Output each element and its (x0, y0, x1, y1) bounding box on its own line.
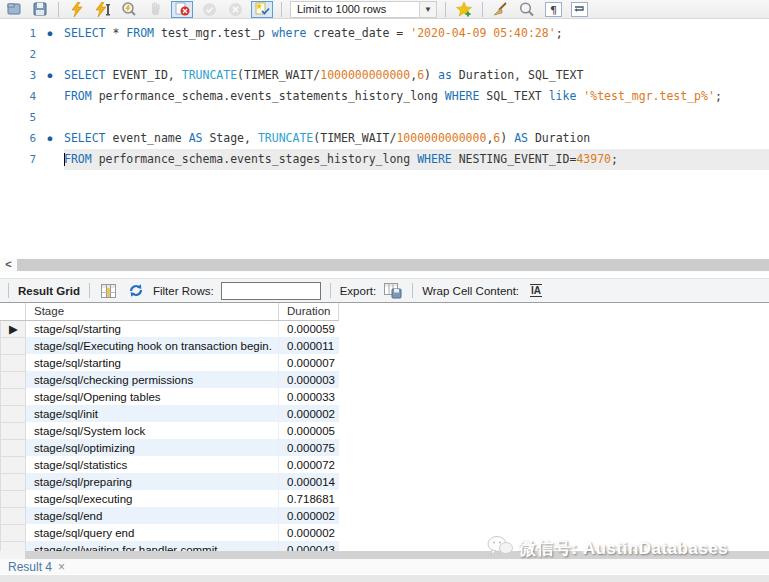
stop-icon[interactable] (145, 1, 165, 18)
column-header-duration[interactable]: Duration (279, 303, 339, 320)
toggle-autocommit-icon[interactable] (251, 1, 273, 18)
table-row[interactable]: stage/sql/end0.000002 (1, 507, 339, 524)
duration-cell[interactable]: 0.000002 (279, 405, 339, 422)
toggle-invisible-characters-icon[interactable]: ¶ (543, 1, 563, 18)
stage-cell[interactable]: stage/sql/optimizing (26, 439, 279, 456)
toggle-stop-on-error-icon[interactable] (171, 1, 193, 18)
row-selector[interactable] (1, 541, 26, 551)
duration-cell[interactable]: 0.000011 (279, 337, 339, 354)
table-row[interactable]: stage/sql/waiting for handler commit0.00… (1, 541, 339, 551)
table-row[interactable]: stage/sql/optimizing0.000075 (1, 439, 339, 456)
stage-cell[interactable]: stage/sql/Executing hook on transaction … (26, 337, 279, 354)
sql-editor[interactable]: 1●SELECT * FROM test_mgr.test_p where cr… (0, 20, 769, 258)
limit-rows-dropdown[interactable]: Limit to 1000 rows ▼ (290, 1, 437, 18)
stage-cell[interactable]: stage/sql/Opening tables (26, 388, 279, 405)
duration-cell[interactable]: 0.000072 (279, 456, 339, 473)
duration-cell[interactable]: 0.000005 (279, 422, 339, 439)
row-selector[interactable] (1, 337, 26, 354)
row-selector[interactable] (1, 456, 26, 473)
explain-icon[interactable] (119, 1, 139, 18)
code-line-6[interactable]: 6●SELECT event_name AS Stage, TRUNCATE(T… (0, 128, 769, 149)
scroll-left-arrow-icon[interactable]: < (0, 258, 17, 272)
duration-cell[interactable]: 0.000002 (279, 507, 339, 524)
table-row[interactable]: stage/sql/preparing0.000014 (1, 473, 339, 490)
result-table[interactable]: Stage Duration ▶stage/sql/starting0.0000… (0, 303, 339, 551)
stage-cell[interactable]: stage/sql/init (26, 405, 279, 422)
save-snippet-icon[interactable] (454, 1, 474, 18)
stage-cell[interactable]: stage/sql/checking permissions (26, 371, 279, 388)
save-icon[interactable] (30, 1, 50, 18)
table-row[interactable]: stage/sql/executing0.718681 (1, 490, 339, 507)
stage-cell[interactable]: stage/sql/preparing (26, 473, 279, 490)
row-selector[interactable] (1, 439, 26, 456)
row-selector[interactable] (1, 473, 26, 490)
row-selector[interactable] (1, 524, 26, 541)
grid-view-icon[interactable] (99, 282, 119, 300)
editor-scrollbar-thumb[interactable] (17, 259, 769, 271)
code-text[interactable]: SELECT event_name AS Stage, TRUNCATE(TIM… (64, 128, 769, 149)
duration-cell[interactable]: 0.000014 (279, 473, 339, 490)
editor-horizontal-scrollbar[interactable]: < (0, 258, 769, 272)
open-file-icon[interactable] (4, 1, 24, 18)
row-selector[interactable] (1, 490, 26, 507)
current-row-indicator-icon[interactable]: ▶ (1, 320, 26, 337)
export-recordset-icon[interactable] (383, 282, 403, 300)
code-text[interactable]: FROM performance_schema.events_stages_hi… (64, 149, 769, 170)
grid-scrollbar-thumb[interactable] (25, 551, 769, 559)
table-row[interactable]: stage/sql/init0.000002 (1, 405, 339, 422)
column-header-stage[interactable]: Stage (26, 303, 279, 320)
table-row[interactable]: stage/sql/query end0.000002 (1, 524, 339, 541)
code-line-7[interactable]: 7FROM performance_schema.events_stages_h… (0, 149, 769, 170)
code-line-2[interactable]: 2 (0, 44, 769, 65)
stage-cell[interactable]: stage/sql/query end (26, 524, 279, 541)
code-area[interactable]: 1●SELECT * FROM test_mgr.test_p where cr… (0, 23, 769, 170)
code-line-4[interactable]: 4FROM performance_schema.events_statemen… (0, 86, 769, 107)
grid-horizontal-scrollbar[interactable] (0, 551, 769, 559)
rollback-icon[interactable] (225, 1, 245, 18)
close-tab-icon[interactable]: × (58, 561, 65, 573)
row-selector[interactable] (1, 405, 26, 422)
commit-icon[interactable] (199, 1, 219, 18)
code-text[interactable]: SELECT EVENT_ID, TRUNCATE(TIMER_WAIT/100… (64, 65, 769, 86)
code-text[interactable] (64, 107, 769, 128)
table-row[interactable]: stage/sql/Executing hook on transaction … (1, 337, 339, 354)
execute-icon[interactable] (67, 1, 87, 18)
table-row[interactable]: stage/sql/starting0.000007 (1, 354, 339, 371)
duration-cell[interactable]: 0.000002 (279, 524, 339, 541)
table-row[interactable]: ▶stage/sql/starting0.000059 (1, 320, 339, 337)
row-selector[interactable] (1, 388, 26, 405)
table-row[interactable]: stage/sql/Opening tables0.000033 (1, 388, 339, 405)
duration-cell[interactable]: 0.000043 (279, 541, 339, 551)
toggle-word-wrap-icon[interactable] (569, 1, 589, 18)
code-text[interactable]: SELECT * FROM test_mgr.test_p where crea… (64, 23, 769, 44)
code-text[interactable]: FROM performance_schema.events_statement… (64, 86, 769, 107)
find-icon[interactable] (517, 1, 537, 18)
duration-cell[interactable]: 0.000003 (279, 371, 339, 388)
code-text[interactable] (64, 44, 769, 65)
table-row[interactable]: stage/sql/checking permissions0.000003 (1, 371, 339, 388)
row-selector[interactable] (1, 354, 26, 371)
code-line-1[interactable]: 1●SELECT * FROM test_mgr.test_p where cr… (0, 23, 769, 44)
stage-cell[interactable]: stage/sql/statistics (26, 456, 279, 473)
row-selector[interactable] (1, 371, 26, 388)
duration-cell[interactable]: 0.000033 (279, 388, 339, 405)
dropdown-caret-icon[interactable]: ▼ (419, 2, 436, 17)
row-selector[interactable] (1, 422, 26, 439)
code-line-3[interactable]: 3●SELECT EVENT_ID, TRUNCATE(TIMER_WAIT/1… (0, 65, 769, 86)
result-tab[interactable]: Result 4 × (0, 559, 73, 574)
wrap-cell-content-icon[interactable]: IA (526, 282, 546, 300)
table-row[interactable]: stage/sql/statistics0.000072 (1, 456, 339, 473)
duration-cell[interactable]: 0.000075 (279, 439, 339, 456)
stage-cell[interactable]: stage/sql/executing (26, 490, 279, 507)
stage-cell[interactable]: stage/sql/starting (26, 354, 279, 371)
stage-cell[interactable]: stage/sql/waiting for handler commit (26, 541, 279, 551)
execute-current-statement-icon[interactable] (93, 1, 113, 18)
duration-cell[interactable]: 0.718681 (279, 490, 339, 507)
row-selector[interactable] (1, 507, 26, 524)
refresh-icon[interactable] (126, 282, 146, 300)
beautify-icon[interactable] (491, 1, 511, 18)
duration-cell[interactable]: 0.000059 (279, 320, 339, 337)
stage-cell[interactable]: stage/sql/System lock (26, 422, 279, 439)
code-line-5[interactable]: 5 (0, 107, 769, 128)
duration-cell[interactable]: 0.000007 (279, 354, 339, 371)
